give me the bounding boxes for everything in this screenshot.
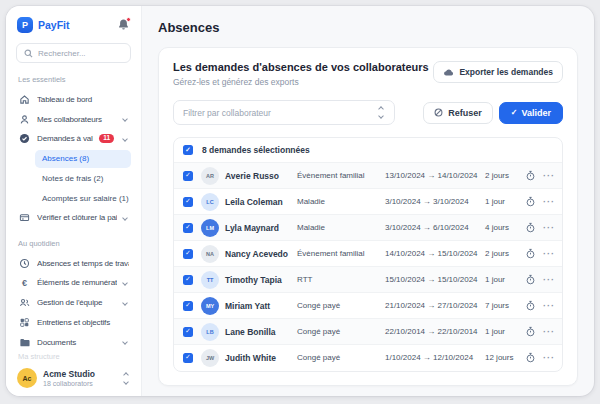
refuse-button[interactable]: Refuser xyxy=(423,102,493,124)
check-icon: ✓ xyxy=(185,172,190,179)
row-checkbox[interactable]: ✓ xyxy=(183,301,193,311)
sidebar-item-team[interactable]: Gestion de l'équipe xyxy=(16,293,131,313)
export-button[interactable]: Exporter les demandes xyxy=(433,61,563,83)
chevron-down-icon xyxy=(122,136,128,142)
more-menu-button[interactable]: ··· xyxy=(543,249,555,259)
row-checkbox[interactable]: ✓ xyxy=(183,171,193,181)
employee-name: Averie Russo xyxy=(225,171,297,181)
card-header-text: Les demandes d'absences de vos collabora… xyxy=(173,61,429,87)
date-range: 14/10/2024 → 15/10/2024 xyxy=(385,249,485,258)
sidebar-item-label: Gestion de l'équipe xyxy=(37,298,117,307)
row-checkbox[interactable]: ✓ xyxy=(183,353,193,363)
collaborator-filter-select[interactable]: Filtrer par collaborateur xyxy=(173,100,395,125)
more-menu-button[interactable]: ··· xyxy=(543,171,555,181)
more-menu-button[interactable]: ··· xyxy=(543,223,555,233)
check-icon: ✓ xyxy=(185,147,190,154)
date-range: 15/10/2024 → 15/10/2024 xyxy=(385,275,485,284)
sidebar-subitem-advances[interactable]: Acomptes sur salaire (1) xyxy=(35,189,131,208)
absence-type: RTT xyxy=(297,275,385,284)
select-all-checkbox[interactable]: ✓ xyxy=(183,145,193,155)
table-header: ✓ 8 demandes sélectionnées xyxy=(174,138,562,162)
employee-name: Lane Bonilla xyxy=(225,327,297,337)
more-menu-button[interactable]: ··· xyxy=(543,275,555,285)
avatar: NA xyxy=(201,245,219,263)
check-icon: ✓ xyxy=(185,302,190,309)
avatar: MY xyxy=(201,297,219,315)
check-icon: ✓ xyxy=(185,276,190,283)
search-input[interactable] xyxy=(38,49,118,58)
sidebar-item-collaborators[interactable]: Mes collaborateurs xyxy=(16,109,131,129)
row-checkbox[interactable]: ✓ xyxy=(183,275,193,285)
sidebar-item-documents[interactable]: Documents xyxy=(16,332,131,352)
validate-button[interactable]: ✓ Valider xyxy=(499,102,563,124)
check-icon: ✓ xyxy=(185,354,190,361)
absence-type: Évènement familial xyxy=(297,249,385,258)
avatar: AR xyxy=(201,167,219,185)
select-chevrons-icon xyxy=(379,107,385,118)
row-checkbox[interactable]: ✓ xyxy=(183,249,193,259)
sidebar-item-compensation[interactable]: € Éléments de rémunération xyxy=(16,273,131,293)
table-rows: ✓ AR Averie Russo Évènement familial 13/… xyxy=(174,162,562,370)
brand-row: P PayFit xyxy=(16,16,131,34)
page-title: Absences xyxy=(158,20,578,35)
card-subtitle: Gérez-les et générez des exports xyxy=(173,77,429,87)
date-range: 21/10/2024 → 27/10/2024 xyxy=(385,301,485,310)
notification-dot xyxy=(126,17,131,22)
table-row: ✓ TT Timothy Tapia RTT 15/10/2024 → 15/1… xyxy=(174,266,562,292)
company-avatar: Ac xyxy=(17,368,37,388)
stopwatch-icon xyxy=(525,352,543,363)
sidebar-item-reviews[interactable]: Entretiens et objectifs xyxy=(16,313,131,333)
company-info: Acme Studio 18 collaborators xyxy=(43,369,118,387)
avatar: LM xyxy=(201,219,219,237)
stopwatch-icon xyxy=(525,222,543,233)
section-label-essentials: Les essentiels xyxy=(18,75,129,84)
date-range: 1/10/2024 → 12/10/2024 xyxy=(385,353,485,362)
date-range: 3/10/2024 → 3/10/2024 xyxy=(385,197,485,206)
sidebar-item-payroll[interactable]: Vérifier et clôturer la paie xyxy=(16,208,131,228)
duration: 1 jour xyxy=(485,197,525,206)
search-icon xyxy=(24,49,33,58)
stopwatch-icon xyxy=(525,248,543,259)
sidebar-item-label: Documents xyxy=(37,338,117,347)
absences-card: Les demandes d'absences de vos collabora… xyxy=(158,47,578,386)
duration: 7 jours xyxy=(485,301,525,310)
date-range: 13/10/2024 → 14/10/2024 xyxy=(385,171,485,180)
row-checkbox[interactable]: ✓ xyxy=(183,197,193,207)
notification-bell-icon[interactable] xyxy=(117,18,130,31)
duration: 2 jours xyxy=(485,249,525,258)
more-menu-button[interactable]: ··· xyxy=(543,353,555,363)
employee-name: Timothy Tapia xyxy=(225,275,297,285)
absence-type: Maladie xyxy=(297,197,385,206)
duration: 1 jour xyxy=(485,327,525,336)
avatar: TT xyxy=(201,271,219,289)
check-icon: ✓ xyxy=(185,328,190,335)
section-label-structure: Ma structure xyxy=(18,352,129,361)
stopwatch-icon xyxy=(525,170,543,181)
sidebar-subitem-absences[interactable]: Absences (8) xyxy=(35,150,131,169)
more-menu-button[interactable]: ··· xyxy=(543,301,555,311)
table-row: ✓ LC Leila Coleman Maladie 3/10/2024 → 3… xyxy=(174,188,562,214)
bulk-actions: Refuser ✓ Valider xyxy=(423,102,563,124)
sidebar-item-time-tracking[interactable]: Absences et temps de travail xyxy=(16,253,131,273)
sidebar-item-label: Entretiens et objectifs xyxy=(37,318,129,327)
employee-name: Lyla Maynard xyxy=(225,223,297,233)
stopwatch-icon xyxy=(525,196,543,207)
company-name: Acme Studio xyxy=(43,369,118,379)
table-row: ✓ NA Nancy Acevedo Évènement familial 14… xyxy=(174,240,562,266)
sidebar-item-dashboard[interactable]: Tableau de bord xyxy=(16,89,131,109)
chevron-down-icon xyxy=(122,215,128,221)
sidebar-search[interactable] xyxy=(16,43,131,64)
avatar: JW xyxy=(201,349,219,367)
table-row: ✓ MY Miriam Yatt Congé payé 21/10/2024 →… xyxy=(174,292,562,318)
sidebar-item-requests[interactable]: Demandes à valider 11 xyxy=(16,129,131,149)
sidebar-subitem-expenses[interactable]: Notes de frais (2) xyxy=(35,169,131,188)
more-menu-button[interactable]: ··· xyxy=(543,197,555,207)
company-switcher[interactable]: Ac Acme Studio 18 collaborators xyxy=(16,364,131,388)
more-menu-button[interactable]: ··· xyxy=(543,327,555,337)
sidebar-item-label: Tableau de bord xyxy=(37,95,129,104)
row-checkbox[interactable]: ✓ xyxy=(183,327,193,337)
row-checkbox[interactable]: ✓ xyxy=(183,223,193,233)
brand-name: PayFit xyxy=(38,19,112,31)
absence-type: Maladie xyxy=(297,223,385,232)
refuse-button-label: Refuser xyxy=(448,108,482,118)
